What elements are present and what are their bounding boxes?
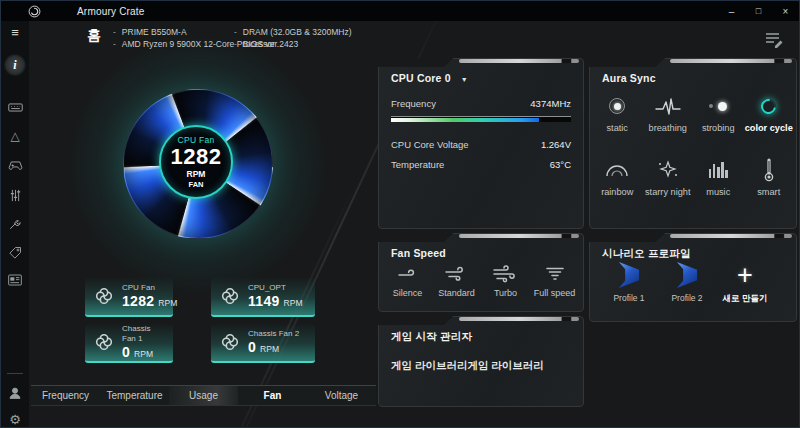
window-title: Armoury Crate <box>77 6 145 17</box>
new-profile-button[interactable]: + 새로 만들기 <box>716 262 774 305</box>
sidebar-item-devices[interactable] <box>1 99 29 116</box>
tab-voltage[interactable]: Voltage <box>307 386 376 405</box>
news-display-icon <box>7 273 23 287</box>
fan-swirl-icon <box>219 285 241 307</box>
static-icon <box>609 98 625 114</box>
tab-fan[interactable]: Fan <box>238 386 307 405</box>
sidebar-item-settings[interactable]: ⚙ <box>1 412 29 427</box>
keyboard-icon <box>7 99 24 116</box>
settings-gear-icon: ⚙ <box>9 412 21 427</box>
panel-notch <box>378 58 453 67</box>
aura-mode-color-cycle[interactable]: color cycle <box>744 89 795 153</box>
sidebar-item-tools[interactable] <box>1 216 29 231</box>
user-icon <box>7 385 23 401</box>
aura-modes-grid: static breathing strobing color cycle <box>592 89 794 217</box>
gauge-unit: RPM <box>187 169 206 179</box>
spec-bios: BIOS ver.2423 <box>243 38 298 50</box>
wind-standard-icon <box>442 262 472 284</box>
tab-frequency[interactable]: Frequency <box>31 386 100 405</box>
wind-silence-icon <box>393 262 423 284</box>
metric-tabs: Frequency Temperature Usage Fan Voltage <box>31 385 376 406</box>
sidebar-item-user[interactable] <box>1 385 29 401</box>
notes-pencil-icon <box>761 28 785 52</box>
starry-night-icon <box>655 158 681 182</box>
wind-turbo-icon <box>491 262 521 284</box>
profile-row: Profile 1 Profile 2 + 새로 만들기 <box>600 262 774 305</box>
rainbow-icon <box>604 162 630 178</box>
chevron-down-icon: ▼ <box>461 76 468 83</box>
color-cycle-icon <box>758 96 779 117</box>
fan-card-cpu-opt: CPU_OPT 1149RPM <box>211 277 315 317</box>
thermometer-icon <box>762 157 776 183</box>
game-library-link[interactable]: 게임 라이브러리게임 라이브러리 <box>391 359 544 373</box>
scenario-profile-title: 시나리오 프로파일 <box>602 247 691 261</box>
fan-card-chassis-fan-2: Chassis Fan 2 0RPM <box>211 323 315 363</box>
fan-rpm-gauge: CPU Fan 1282 RPM FAN <box>159 125 233 199</box>
armoury-crate-window: Armoury Crate – □ × ≡ i △ <box>0 0 800 428</box>
strobing-icon <box>709 102 727 111</box>
sidebar-item-equalizer[interactable] <box>1 187 29 204</box>
fan-mode-standard[interactable]: Standard <box>432 262 481 298</box>
aura-mode-music[interactable]: music <box>693 153 744 217</box>
aura-mode-strobing[interactable]: strobing <box>693 89 744 153</box>
fan-swirl-icon <box>219 331 241 353</box>
frequency-label: Frequency <box>391 98 436 109</box>
fan-mode-silence[interactable]: Silence <box>383 262 432 298</box>
aura-mode-static[interactable]: static <box>592 89 643 153</box>
aura-triangle-icon: △ <box>10 129 19 143</box>
cpu-core-panel: CPU Core 0▼ Frequency 4374MHz CPU Core V… <box>378 58 584 229</box>
tab-temperature[interactable]: Temperature <box>100 386 169 405</box>
profile-2-button[interactable]: Profile 2 <box>658 262 716 305</box>
wind-full-speed-icon <box>540 262 570 284</box>
plus-icon: + <box>737 262 753 288</box>
sidebar-divider <box>1 373 29 374</box>
menu-icon: ≡ <box>11 25 19 40</box>
profile-logo-icon <box>675 262 699 288</box>
scenario-profile-panel: 시나리오 프로파일 Profile 1 Profile 2 + 새로 만들기 <box>589 233 797 322</box>
sidebar-item-deals[interactable] <box>1 245 29 260</box>
fan-mode-turbo[interactable]: Turbo <box>481 262 530 298</box>
aura-mode-rainbow[interactable]: rainbow <box>592 153 643 217</box>
release-notes-button[interactable] <box>761 28 785 52</box>
temperature-label: Temperature <box>391 159 444 170</box>
panel-notch <box>589 233 665 242</box>
aura-sync-panel: Aura Sync static breathing strobing <box>589 58 797 229</box>
temperature-row: Temperature 63°C <box>391 159 571 170</box>
sidebar-item-aura[interactable]: △ <box>1 129 29 143</box>
minimize-button[interactable]: – <box>718 1 745 21</box>
fan-card-cpu-fan: CPU Fan 1282RPM <box>85 277 173 317</box>
system-specs-column-2: -DRAM (32.0GB & 3200MHz) -BIOS ver.2423 <box>234 26 352 50</box>
hamburger-menu-button[interactable]: ≡ <box>1 25 29 40</box>
tab-usage[interactable]: Usage <box>169 386 238 405</box>
fan-speed-modes: Silence Standard Turbo Full speed <box>383 262 579 298</box>
fan-swirl-icon <box>93 285 115 307</box>
sidebar-item-news[interactable] <box>1 273 29 287</box>
fan-mode-full-speed[interactable]: Full speed <box>530 262 579 298</box>
frequency-progress-fill <box>391 118 539 122</box>
profile-1-button[interactable]: Profile 1 <box>600 262 658 305</box>
sidebar-item-home[interactable]: i <box>1 54 29 76</box>
aura-mode-starry-night[interactable]: starry night <box>643 153 694 217</box>
maximize-button[interactable]: □ <box>745 1 772 21</box>
fan-card-chassis-fan-1: Chassis Fan 1 0RPM <box>85 323 173 363</box>
fan-speed-panel: Fan Speed Silence Standard Turbo <box>378 233 584 312</box>
voltage-value: 1.264V <box>541 139 571 150</box>
voltage-label: CPU Core Voltage <box>391 139 469 150</box>
aura-mode-smart[interactable]: smart <box>744 153 795 217</box>
aura-sync-title: Aura Sync <box>602 72 656 84</box>
breathing-icon <box>655 94 681 118</box>
frequency-row: Frequency 4374MHz <box>391 98 571 109</box>
cpu-core-dropdown[interactable]: CPU Core 0▼ <box>391 72 468 84</box>
frequency-progress-bar <box>391 116 571 122</box>
temperature-value: 63°C <box>550 159 571 170</box>
sidebar-item-game-library[interactable] <box>1 158 29 173</box>
page-title-home: 홈 <box>87 27 101 45</box>
aura-mode-breathing[interactable]: breathing <box>643 89 694 153</box>
fan-speed-title: Fan Speed <box>391 247 446 259</box>
game-controller-icon <box>7 158 24 173</box>
spec-dram: DRAM (32.0GB & 3200MHz) <box>243 26 352 38</box>
panel-notch <box>378 233 453 242</box>
sidebar: ≡ i △ <box>1 21 29 427</box>
close-button[interactable]: × <box>772 1 799 21</box>
tag-icon <box>8 245 23 260</box>
